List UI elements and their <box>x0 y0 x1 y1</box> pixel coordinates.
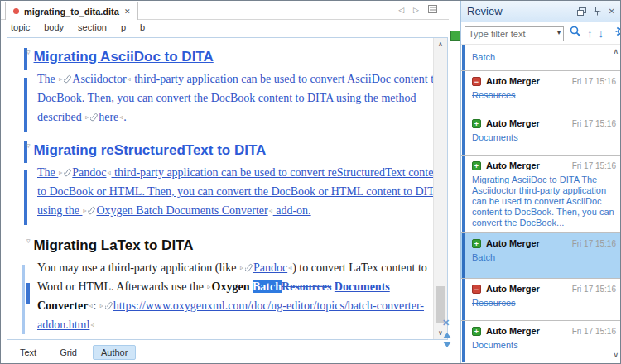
entry-content[interactable]: Resources <box>472 90 616 101</box>
section-heading-row: ▿Migrating LaTex to DITA <box>37 237 430 261</box>
review-entry[interactable]: −Auto MergerFri 17 15:16Resources <box>461 71 621 113</box>
prev-tab-icon[interactable]: ◁ <box>398 6 404 14</box>
text-segment: Asciidoctor <box>72 73 126 85</box>
doc-text-line[interactable]: described ▹here◃. <box>37 111 430 130</box>
breadcrumb-section[interactable]: section <box>78 22 107 32</box>
breadcrumb-p[interactable]: p <box>121 22 126 32</box>
entry-author: Auto Merger <box>486 326 567 336</box>
review-entry[interactable]: +Auto MergerFri 17 15:16Documents <box>461 113 621 156</box>
modified-dot-icon <box>13 8 19 14</box>
review-entry[interactable]: +Auto MergerFri 17 15:16Migrating AsciiD… <box>461 156 621 233</box>
filter-dropdown-icon[interactable]: ▾ <box>557 29 561 36</box>
next-tab-icon[interactable]: ▷ <box>413 6 419 14</box>
doc-text-line[interactable]: You may use a third-party application (l… <box>37 261 430 280</box>
editor-mode-tabs: Text Grid Author <box>1 343 449 362</box>
text-segment[interactable]: addon.html <box>37 318 89 331</box>
scroll-up-icon[interactable]: ∧ <box>434 41 447 48</box>
change-nav-close-icon[interactable]: ✕ <box>442 318 450 328</box>
text-segment: . <box>123 111 127 123</box>
entry-timestamp: Fri 17 15:16 <box>572 161 616 170</box>
entry-content[interactable]: Resources <box>472 298 616 309</box>
review-list[interactable]: Batch−Auto MergerFri 17 15:16Resources+A… <box>461 46 621 362</box>
text-segment: : <box>93 299 99 312</box>
entry-change-bar <box>462 321 465 362</box>
breadcrumb-b[interactable]: b <box>140 22 145 32</box>
doc-text-line[interactable]: using the ▹Oxygen Batch Documents Conver… <box>37 204 430 223</box>
text-segment: You may use a third-party application (l… <box>37 261 239 274</box>
mode-tab-grid[interactable]: Grid <box>52 346 84 359</box>
breadcrumb-topic[interactable]: topic <box>11 22 30 32</box>
entry-timestamp: Fri 17 15:16 <box>572 77 616 86</box>
text-segment: described <box>37 111 84 123</box>
list-scroll-up-icon[interactable]: ∧ <box>613 47 619 55</box>
entry-header: +Auto MergerFri 17 15:16 <box>472 118 616 128</box>
link-icon <box>63 167 72 180</box>
previous-review-icon[interactable]: ↑ <box>587 27 593 40</box>
text-segment: Documents <box>335 280 390 293</box>
review-entry[interactable]: +Auto MergerFri 17 15:16Documents <box>461 321 621 362</box>
link-icon <box>63 74 72 87</box>
doc-text-line[interactable]: The ▹Asciidoctor◃ third-party applicatio… <box>37 73 430 92</box>
doc-text-line[interactable]: DocBook. Then, you can convert the DocBo… <box>37 92 430 111</box>
entry-author: Auto Merger <box>486 160 567 170</box>
breadcrumb-body[interactable]: body <box>44 22 64 32</box>
entry-change-bar <box>462 156 465 232</box>
review-panel: Review ✕ ▾ ↑ ↓ Batch−Auto MergerFri 17 1… <box>460 1 621 363</box>
overview-change-marker[interactable] <box>450 31 460 41</box>
collapse-section-icon[interactable]: ▿ <box>26 48 31 56</box>
search-icon[interactable] <box>570 26 581 41</box>
entry-content[interactable]: Documents <box>472 132 616 143</box>
filter-input[interactable] <box>465 26 564 41</box>
text-segment: Batch <box>253 280 282 293</box>
next-review-icon[interactable]: ↓ <box>599 27 604 40</box>
doc-text-line[interactable]: Word or HTML. Afterwards use the ▹Oxygen… <box>37 280 430 299</box>
mode-tab-text[interactable]: Text <box>12 346 44 359</box>
entry-author: Auto Merger <box>486 118 567 128</box>
link-icon <box>89 112 99 125</box>
breadcrumb: topic body section p b <box>11 22 145 32</box>
doc-text-line[interactable]: The ▹Pandoc◃ third-party application can… <box>37 166 430 185</box>
entry-change-bar <box>462 46 465 70</box>
entry-change-bar <box>462 71 465 113</box>
review-entry[interactable]: −Auto MergerFri 17 15:16Resources <box>461 279 621 321</box>
document-content[interactable]: ▿Migrating AsciiDoc to DITAThe ▹Asciidoc… <box>7 38 433 339</box>
entry-change-bar <box>462 233 465 278</box>
settings-gear-icon[interactable] <box>615 26 621 41</box>
text-segment: Oxygen Batch Documents Converter <box>96 204 267 217</box>
float-panel-icon[interactable] <box>577 7 586 16</box>
entry-author: Auto Merger <box>486 238 567 248</box>
text-segment: ) to convert LaTex content to <box>292 261 427 274</box>
list-scroll-down-icon[interactable]: ∨ <box>613 351 619 359</box>
doc-text-line[interactable]: Converter◃: ▹https://www.oxygenxml.com/d… <box>37 299 430 318</box>
close-panel-icon[interactable]: ✕ <box>609 7 615 16</box>
editor-scrollbar[interactable]: ∧ ∨ <box>433 38 447 339</box>
filter-field-wrap: ▾ <box>465 26 564 41</box>
text-segment: here <box>99 111 118 123</box>
tab-close-icon[interactable]: ✕ <box>124 7 131 16</box>
review-entry[interactable]: +Auto MergerFri 17 15:16Batch <box>461 233 621 279</box>
previous-change-icon[interactable] <box>443 333 451 338</box>
entry-content[interactable]: Batch <box>472 252 616 263</box>
collapse-section-icon[interactable]: ▿ <box>26 141 31 150</box>
insertion-icon: + <box>472 119 481 128</box>
collapse-section-icon[interactable]: ▿ <box>26 237 31 245</box>
doc-text-line[interactable]: to DocBook or HTML. Then, you can conver… <box>37 185 430 204</box>
pin-panel-icon[interactable] <box>594 7 601 16</box>
text-segment[interactable]: https://www.oxygenxml.com/doc/ug-editor/… <box>113 299 424 312</box>
entry-content[interactable]: Documents <box>472 340 616 351</box>
text-segment: third-party application can be used to c… <box>132 73 433 85</box>
entry-change-bar <box>462 279 465 320</box>
next-change-icon[interactable] <box>443 342 451 347</box>
section-heading: Migrating LaTex to DITA <box>34 237 194 253</box>
entry-change-bar <box>462 113 465 155</box>
text-segment: third-party application can be used to c… <box>112 166 433 179</box>
document-tab-label: migrating_to_dita.dita <box>24 7 119 17</box>
document-tab[interactable]: migrating_to_dita.dita ✕ <box>5 2 138 20</box>
tab-list-icon[interactable] <box>428 5 437 15</box>
entry-content[interactable]: Batch <box>472 52 616 63</box>
review-entry[interactable]: Batch <box>461 46 621 71</box>
mode-tab-author[interactable]: Author <box>93 345 136 360</box>
entry-timestamp: Fri 17 15:16 <box>572 327 616 336</box>
doc-text-line[interactable]: addon.html◃ <box>37 318 430 338</box>
text-segment[interactable]: Pandoc <box>253 261 287 274</box>
